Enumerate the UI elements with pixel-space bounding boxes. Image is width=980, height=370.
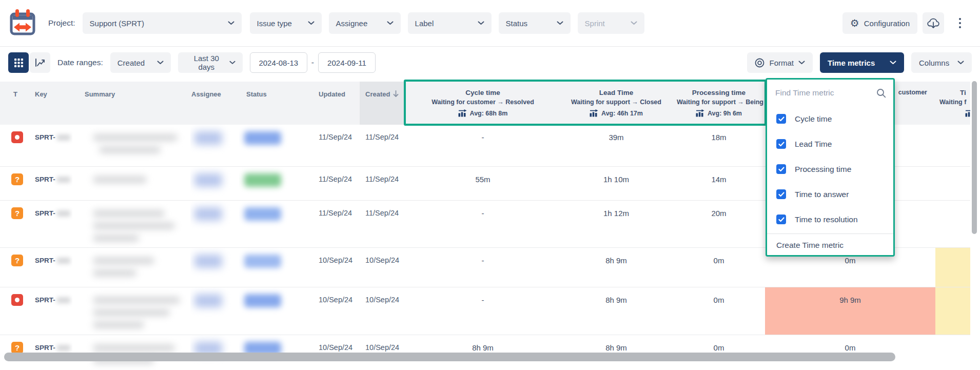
time-metric-option[interactable]: Time to resolution (767, 207, 893, 232)
column-header-summary[interactable]: Summary (72, 82, 190, 125)
redacted-key-number (57, 210, 70, 217)
processing-time-cell: 20m (673, 201, 765, 247)
assignee-cell (190, 125, 239, 166)
checkbox-checked-icon[interactable] (776, 114, 786, 124)
issue-key[interactable]: SPRT- (35, 296, 55, 304)
avg-value: Avg: 68h 8m (470, 110, 508, 117)
chevron-down-icon (387, 21, 394, 25)
time-metric-option-label: Processing time (795, 165, 851, 174)
column-header-created-sorted[interactable]: Created (360, 82, 406, 125)
issue-key[interactable]: SPRT- (35, 344, 55, 352)
assignee-redacted (194, 294, 222, 307)
redacted-key-number (57, 258, 70, 264)
redacted-key-number (57, 177, 70, 183)
column-header-updated[interactable]: Updated (308, 82, 360, 125)
processing-time-cell: 14m (673, 167, 765, 200)
label-filter[interactable]: Label (408, 12, 492, 34)
time-metrics-button[interactable]: Time metrics (820, 52, 904, 73)
format-button-label: Format (769, 59, 794, 67)
horizontal-scrollbar[interactable] (4, 353, 895, 361)
column-header-processing-time[interactable]: Processing time Waiting for support → Be… (673, 82, 765, 125)
create-time-metric-button[interactable]: Create Time metric (767, 234, 893, 250)
columns-button-label: Columns (919, 59, 949, 67)
assignee-cell (190, 167, 239, 200)
assignee-filter[interactable]: Assignee (329, 12, 401, 34)
column-header-lead-time[interactable]: Lead Time Waiting for support → Closed A… (560, 82, 673, 125)
bug-issue-type-icon (11, 131, 23, 143)
status-badge-redacted (244, 207, 281, 221)
issue-key[interactable]: SPRT- (35, 176, 55, 183)
assignee-cell (190, 248, 239, 287)
more-menu-button[interactable] (949, 12, 971, 34)
question-issue-type-icon (11, 255, 23, 266)
format-button[interactable]: Format (747, 52, 813, 73)
table-row[interactable]: SPRT- 10/Sep/24 10/Sep/24 - 8h 9m 0m 9h … (0, 287, 980, 335)
summary-cell-redacted (72, 248, 190, 287)
summary-cell-redacted (72, 167, 190, 200)
date-from-input[interactable]: 2024-08-13 (250, 52, 307, 73)
summary-cell-redacted (72, 125, 190, 166)
status-filter[interactable]: Status (499, 12, 571, 34)
sort-descending-icon (393, 90, 399, 98)
cycle-time-cell: - (406, 125, 560, 166)
date-to-input[interactable]: 2024-09-11 (318, 52, 376, 73)
issue-key[interactable]: SPRT- (35, 209, 55, 217)
project-select[interactable]: Support (SPRT) (83, 12, 242, 34)
app-logo-icon (9, 8, 36, 38)
assignee-redacted (194, 173, 222, 187)
issues-table: T Key Summary Assignee Status Updated Cr… (0, 78, 980, 370)
time-metric-option-label: Time to resolution (795, 215, 858, 224)
issue-key[interactable]: SPRT- (35, 133, 55, 141)
avg-bar-chart-icon (696, 109, 704, 117)
configuration-button-label: Configuration (864, 19, 910, 28)
column-header-status[interactable]: Status (239, 82, 308, 125)
chevron-down-icon (798, 61, 805, 65)
issue-type-filter-label: Issue type (257, 19, 292, 28)
time-metric-option[interactable]: Lead Time (767, 131, 893, 157)
column-header-assignee[interactable]: Assignee (190, 82, 239, 125)
vertical-scrollbar[interactable] (972, 81, 977, 234)
checkbox-checked-icon[interactable] (776, 164, 786, 174)
date-ranges-label: Date ranges: (57, 58, 103, 67)
column-header-key[interactable]: Key (29, 82, 72, 125)
updated-cell: 11/Sep/24 (308, 201, 360, 247)
checkbox-checked-icon[interactable] (776, 189, 786, 199)
time-metric-option[interactable]: Time to answer (767, 182, 893, 207)
lead-time-cell: 1h 12m (560, 201, 673, 247)
lead-time-cell: 1h 10m (560, 167, 673, 200)
time-metric-search (767, 80, 893, 106)
date-range-separator: - (311, 58, 314, 67)
assignee-cell (190, 201, 239, 247)
export-button[interactable] (923, 12, 944, 34)
column-header-type[interactable]: T (0, 82, 29, 125)
period-select[interactable]: Last 30 days (178, 52, 243, 73)
bug-issue-type-icon (11, 294, 23, 306)
time-metric-option[interactable]: Cycle time (767, 106, 893, 131)
issue-key[interactable]: SPRT- (35, 257, 55, 264)
project-label: Project: (48, 18, 75, 28)
chart-view-button[interactable] (30, 52, 50, 73)
label-filter-label: Label (415, 19, 434, 28)
checkbox-checked-icon[interactable] (776, 215, 786, 224)
processing-time-cell: 0m (673, 287, 765, 335)
status-cell (239, 125, 308, 166)
line-chart-icon (35, 58, 45, 67)
checkbox-checked-icon[interactable] (776, 139, 786, 149)
chevron-down-icon (478, 21, 484, 25)
columns-button[interactable]: Columns (911, 52, 972, 73)
time-metric-option[interactable]: Processing time (767, 157, 893, 182)
issue-type-filter[interactable]: Issue type (250, 12, 322, 34)
sprint-filter-label: Sprint (585, 19, 605, 28)
status-cell (239, 201, 308, 247)
date-field-select[interactable]: Created (110, 52, 171, 73)
assignee-filter-label: Assignee (336, 19, 368, 28)
app-page: Project: Support (SPRT) Issue type Assig… (0, 0, 980, 370)
time-metric-search-input[interactable] (775, 88, 872, 98)
period-value: Last 30 days (185, 54, 228, 71)
sprint-filter[interactable]: Sprint (578, 12, 644, 34)
configuration-button[interactable]: ⚙ Configuration (842, 12, 917, 34)
table-view-button[interactable] (8, 52, 29, 73)
column-header-cycle-time[interactable]: Cycle time Waiting for customer → Resolv… (406, 82, 560, 125)
time-metric-option-label: Time to answer (795, 190, 849, 199)
chevron-down-icon (631, 21, 637, 25)
